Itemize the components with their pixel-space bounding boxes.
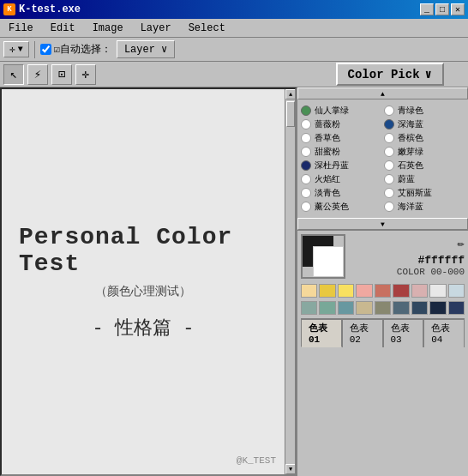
restore-button[interactable]: □ [435,3,449,15]
color-dot [301,133,311,143]
color-label: 甜蜜粉 [315,146,340,158]
color-dot [384,133,394,143]
color-list-item[interactable]: 仙人掌绿 [301,105,382,117]
palette-cell[interactable] [429,284,446,298]
sub-title: （颜色心理测试） [95,284,191,299]
color-label: 蔚蓝 [398,173,415,185]
title-bar: K K-test.exe _ □ ✕ [0,0,468,19]
layer-dropdown[interactable]: Layer ∨ [117,40,175,58]
scroll-down-arrow[interactable]: ▼ [285,464,295,474]
palette-cell[interactable] [319,284,335,298]
color-label: 香槟色 [398,132,423,144]
palette-cell[interactable] [356,284,372,298]
color-label: 深海蓝 [398,118,423,130]
window-title: K-test.exe [19,3,81,15]
palette-cell[interactable] [448,301,465,315]
canvas-panel: Personal Color Test （颜色心理测试） - 性格篇 - @K_… [0,87,297,476]
color-info: ✏ #ffffff COLOR 00-000 [351,234,465,279]
auto-select-label[interactable]: ☑自动选择： [40,42,111,57]
tab-3[interactable]: 色表03 [383,319,424,347]
select-tool-button[interactable]: ↖ [3,64,24,85]
color-list-item[interactable]: 深杜丹蓝 [301,160,382,172]
palette-cell[interactable] [375,284,391,298]
color-list-item[interactable]: 蔷薇粉 [301,118,382,130]
palette-cell[interactable] [411,284,428,298]
palette-cell[interactable] [393,301,409,315]
color-label: 薰公英色 [315,201,349,213]
minimize-button[interactable]: _ [420,3,434,15]
color-dot [384,188,394,198]
canvas-scrollbar[interactable]: ▲ ▼ [285,89,295,474]
tab-2[interactable]: 色表02 [342,319,383,347]
move-tool-button[interactable]: ✛ ▼ [3,41,29,57]
right-scroll-up[interactable]: ▲ [297,87,468,99]
right-scroll-down[interactable]: ▼ [297,218,468,230]
color-list-item[interactable]: 深海蓝 [384,118,465,130]
scroll-thumb[interactable] [286,101,295,127]
background-color[interactable] [313,246,344,277]
color-list-item[interactable]: 甜蜜粉 [301,146,382,158]
auto-select-checkbox[interactable] [40,44,51,55]
color-list-item[interactable]: 香槟色 [384,132,465,144]
color-label: 石英色 [398,160,423,172]
color-list-item[interactable]: 嫩芽绿 [384,146,465,158]
section-title: - 性格篇 - [93,315,195,340]
crop-tool-button[interactable]: ⊡ [51,64,72,85]
window-controls: _ □ ✕ [420,3,465,15]
move-tool-button2[interactable]: ✛ [75,64,96,85]
palette-cell[interactable] [429,301,446,315]
color-dot [384,147,394,157]
color-list-item[interactable]: 淡青色 [301,187,382,199]
color-label: 艾丽斯蓝 [398,187,432,199]
color-label: 仙人掌绿 [315,105,349,117]
color-dot [301,147,311,157]
color-list-item[interactable]: 香草色 [301,132,382,144]
palette-cell[interactable] [301,284,317,298]
right-panel: ▲ 仙人掌绿青绿色蔷薇粉深海蓝香草色香槟色甜蜜粉嫩芽绿深杜丹蓝石英色火焰红蔚蓝淡… [297,87,468,476]
color-code: COLOR 00-000 [397,267,465,277]
palette-cell[interactable] [356,301,372,315]
tab-1[interactable]: 色表01 [301,319,342,347]
color-dot [301,188,311,198]
color-dot [301,202,311,212]
color-pick-dropdown[interactable]: Color Pick ∨ [336,63,444,86]
menu-edit[interactable]: Edit [45,21,81,36]
palette-cell[interactable] [338,301,354,315]
edit-color-icon[interactable]: ✏ [458,236,465,250]
color-list-item[interactable]: 海洋蓝 [384,201,465,213]
menu-select[interactable]: Select [183,21,231,36]
toolbar-row2: ↖ ⚡ ⊡ ✛ Color Pick ∨ [0,62,468,87]
color-list-item[interactable]: 艾丽斯蓝 [384,187,465,199]
color-list-item[interactable]: 蔚蓝 [384,173,465,185]
color-list: 仙人掌绿青绿色蔷薇粉深海蓝香草色香槟色甜蜜粉嫩芽绿深杜丹蓝石英色火焰红蔚蓝淡青色… [297,99,468,218]
scroll-up-arrow[interactable]: ▲ [285,89,295,99]
color-list-item[interactable]: 薰公英色 [301,201,382,213]
menu-file[interactable]: File [3,21,39,36]
palette-cell[interactable] [448,284,465,298]
menu-layer[interactable]: Layer [135,21,177,36]
lasso-tool-button[interactable]: ⚡ [27,64,48,85]
color-list-item[interactable]: 石英色 [384,160,465,172]
color-list-item[interactable]: 青绿色 [384,105,465,117]
palette-cell[interactable] [338,284,354,298]
color-label: 香草色 [315,132,340,144]
tab-4[interactable]: 色表04 [423,319,465,347]
palette-cell[interactable] [301,301,317,315]
color-dot [384,174,394,184]
palette-cell[interactable] [375,301,391,315]
menu-image[interactable]: Image [87,21,129,36]
palette-cell[interactable] [393,284,409,298]
main-title: Personal Color Test [19,224,267,277]
color-label: 青绿色 [398,105,423,117]
color-dot [301,105,311,116]
canvas-scroll-area: Personal Color Test （颜色心理测试） - 性格篇 - @K_… [2,89,295,474]
close-button[interactable]: ✕ [451,3,465,15]
toolbar-row1: ✛ ▼ ☑自动选择： Layer ∨ [0,38,468,62]
color-dot [301,174,311,184]
color-list-item[interactable]: 火焰红 [301,173,382,185]
canvas-content: Personal Color Test （颜色心理测试） - 性格篇 - @K_… [2,89,285,474]
color-dot [384,119,394,130]
palette-cell[interactable] [411,301,428,315]
color-dot [384,202,394,212]
palette-cell[interactable] [319,301,335,315]
